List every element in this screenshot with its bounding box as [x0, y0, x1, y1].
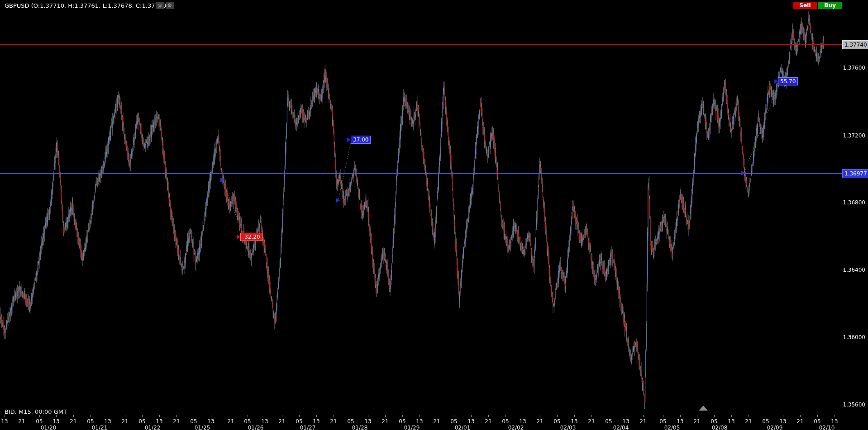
time-label: 21	[328, 418, 339, 425]
time-tick	[316, 415, 317, 417]
time-label: 05	[136, 418, 148, 425]
settings-gear-icon[interactable]: ⚙	[166, 2, 174, 9]
time-tick	[39, 415, 40, 417]
time-label: 21	[119, 418, 131, 425]
chart-window: GBPUSD (O:1.37710, H:1.37761, L:1.37678,…	[0, 0, 868, 430]
time-label: 21	[794, 418, 806, 425]
time-tick	[437, 415, 437, 417]
price-tick-label: 1.36000	[838, 334, 865, 340]
time-label: 13	[674, 418, 686, 425]
time-tick	[108, 415, 108, 417]
candlestick-chart-canvas[interactable]	[0, 0, 868, 430]
date-label: 01/26	[245, 425, 267, 430]
time-tick	[56, 415, 57, 417]
position-profit-label[interactable]: 37.00	[351, 136, 371, 144]
time-tick	[680, 415, 681, 417]
time-label: 21	[171, 418, 182, 425]
time-label: 05	[760, 418, 772, 425]
profit-label-pointer-icon	[774, 79, 778, 84]
time-label: 05	[603, 418, 615, 425]
time-label: 21	[67, 418, 79, 425]
time-tick	[454, 415, 454, 417]
time-tick	[643, 415, 644, 417]
time-tick	[817, 415, 818, 417]
time-label: 05	[85, 418, 96, 425]
time-tick	[800, 415, 801, 417]
time-tick	[557, 415, 558, 417]
sell-button[interactable]: Sell	[793, 2, 817, 9]
time-tick	[420, 415, 420, 417]
ask-price-axis-label: 1.37740	[842, 40, 868, 49]
bid-price-line[interactable]	[0, 173, 842, 174]
bid-price-axis-label: 1.36977	[842, 169, 868, 178]
time-label: 21	[431, 418, 443, 425]
time-label: 13	[620, 418, 632, 425]
time-label: 21	[637, 418, 649, 425]
time-label: 13	[153, 418, 165, 425]
date-label: 02/05	[661, 425, 683, 430]
price-tick-label: 1.36800	[838, 199, 865, 206]
time-label: 21	[691, 418, 703, 425]
time-tick	[488, 415, 489, 417]
buy-button[interactable]: Buy	[818, 2, 842, 9]
time-tick	[402, 415, 403, 417]
date-label: 01/27	[297, 425, 319, 430]
time-tick	[282, 415, 282, 417]
time-tick	[211, 415, 211, 417]
date-label: 02/04	[610, 425, 632, 430]
time-label: 13	[465, 418, 477, 425]
ask-price-line[interactable]	[0, 44, 842, 45]
time-label: 05	[657, 418, 669, 425]
time-tick	[731, 415, 732, 417]
time-tick	[22, 415, 22, 417]
time-label: 21	[482, 418, 494, 425]
time-tick	[609, 415, 609, 417]
price-tick-label: 1.35600	[838, 402, 865, 408]
time-tick	[783, 415, 783, 417]
time-tick	[176, 415, 177, 417]
time-tick	[194, 415, 194, 417]
time-label: 13	[0, 418, 10, 425]
time-tick	[835, 415, 835, 417]
time-tick	[231, 415, 231, 417]
position-entry-marker-icon[interactable]	[336, 198, 340, 203]
time-tick	[385, 415, 386, 417]
time-label: 21	[16, 418, 28, 425]
time-tick	[574, 415, 575, 417]
time-tick	[125, 415, 125, 417]
date-label: 02/10	[816, 425, 838, 430]
time-label: 13	[829, 418, 840, 425]
date-label: 01/29	[401, 425, 423, 430]
time-tick	[663, 415, 663, 417]
time-label: 13	[568, 418, 580, 425]
profit-label-pointer-icon	[347, 137, 351, 142]
time-label: 05	[188, 418, 200, 425]
time-tick	[334, 415, 334, 417]
position-entry-marker-icon[interactable]	[220, 178, 224, 182]
position-profit-label[interactable]: -32.20	[240, 233, 262, 241]
watch-eye-icon[interactable]: ◎	[156, 2, 164, 9]
time-label: 13	[362, 418, 374, 425]
position-profit-label[interactable]: 55.70	[778, 77, 798, 85]
time-label: 21	[534, 418, 546, 425]
time-tick	[697, 415, 697, 417]
time-tick	[73, 415, 74, 417]
price-tick-label: 1.37200	[838, 132, 865, 139]
time-label: 21	[586, 418, 597, 425]
time-tick	[591, 415, 592, 417]
time-label: 21	[225, 418, 237, 425]
time-label: 21	[379, 418, 391, 425]
time-label: 13	[517, 418, 529, 425]
time-label: 05	[396, 418, 408, 425]
date-label: 02/01	[452, 425, 473, 430]
time-label: 05	[242, 418, 253, 425]
time-label: 13	[414, 418, 425, 425]
position-entry-marker-icon[interactable]	[741, 171, 745, 175]
time-tick	[714, 415, 715, 417]
time-label: 13	[50, 418, 62, 425]
time-tick	[766, 415, 766, 417]
time-label: 13	[102, 418, 114, 425]
time-label: 21	[276, 418, 288, 425]
profit-label-pointer-icon	[237, 235, 240, 239]
scroll-marker-icon[interactable]	[699, 406, 708, 411]
